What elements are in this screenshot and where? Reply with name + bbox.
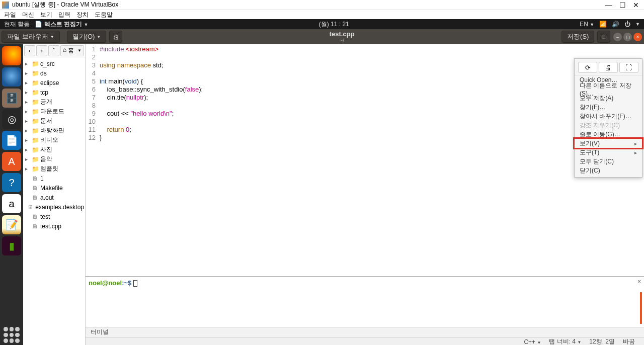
- nav-back-button[interactable]: ‹: [24, 45, 35, 56]
- menu-save-as[interactable]: 다른 이름으로 저장(S)…: [575, 84, 642, 94]
- hamburger-button[interactable]: ≡: [597, 31, 610, 43]
- tree-folder[interactable]: ▸📁음악: [24, 154, 84, 164]
- launcher-software[interactable]: A: [2, 152, 21, 171]
- save-button[interactable]: 저장(S): [561, 31, 594, 43]
- tree-folder[interactable]: ▸📁c_src: [24, 59, 84, 68]
- vb-menu-devices[interactable]: 장치: [76, 11, 89, 19]
- window-close-button[interactable]: ×: [633, 33, 642, 41]
- tree-item-label: eclipse: [40, 79, 59, 87]
- menu-find[interactable]: 찾기(F)…: [575, 103, 642, 112]
- tree-file[interactable]: 🗎a.out: [24, 193, 84, 202]
- file-icon: 🗎: [28, 204, 34, 211]
- folder-icon: 📁: [32, 137, 39, 144]
- launcher-apps-button[interactable]: [4, 327, 20, 343]
- file-tree[interactable]: ▸📁c_src▸📁ds▸📁eclipse▸📁tcp▸📁공개▸📁다운로드▸📁문서▸…: [23, 57, 85, 345]
- status-tabwidth[interactable]: 탭 너비: 4 ▼: [549, 337, 581, 345]
- terminal-prompt: :~$: [122, 279, 133, 287]
- menu-print-button[interactable]: 🖨: [599, 62, 618, 73]
- vb-menu-machine[interactable]: 머신: [22, 11, 34, 19]
- tree-item-label: c_src: [40, 60, 55, 67]
- tree-folder[interactable]: ▸📁바탕화면: [24, 126, 84, 135]
- menu-tools[interactable]: 도구(T)▸: [575, 148, 642, 157]
- vb-menu-input[interactable]: 입력: [58, 11, 70, 19]
- launcher-firefox[interactable]: [2, 46, 21, 65]
- nav-up-button[interactable]: ˄: [48, 45, 59, 56]
- vb-menu-help[interactable]: 도움말: [95, 11, 113, 19]
- file-browser-button[interactable]: 파일 브라우저 ▼: [2, 31, 60, 43]
- new-tab-button[interactable]: ⎘: [109, 31, 122, 43]
- window-maximize-button[interactable]: ◻: [623, 33, 632, 41]
- tree-item-label: examples.desktop: [35, 204, 84, 211]
- language-indicator[interactable]: EN ▼: [580, 21, 594, 28]
- gedit-headerbar: 파일 브라우저 ▼ 열기(O) ▼ ⎘ test.cpp ~/ 저장(S) ≡ …: [0, 29, 644, 44]
- menu-view[interactable]: 보기(V)▸: [575, 139, 642, 148]
- chevron-right-icon: ▸: [634, 141, 637, 146]
- host-minimize-button[interactable]: —: [605, 1, 612, 9]
- menu-close[interactable]: 닫기(C): [575, 166, 642, 175]
- tree-file[interactable]: 🗎test: [24, 212, 84, 221]
- menu-goto[interactable]: 줄로 이동(G)…: [575, 130, 642, 139]
- launcher-writer[interactable]: 📄: [2, 131, 21, 150]
- volume-icon[interactable]: 🔊: [612, 21, 619, 28]
- tree-folder[interactable]: ▸📁ds: [24, 68, 84, 78]
- home-icon: ⌂: [63, 46, 66, 55]
- tree-folder[interactable]: ▸📁템플릿: [24, 164, 84, 174]
- tree-file[interactable]: 🗎examples.desktop: [24, 202, 84, 212]
- menu-reload-button[interactable]: ⟳: [578, 62, 597, 73]
- host-close-button[interactable]: ✕: [633, 1, 639, 9]
- folder-icon: 📁: [32, 99, 39, 106]
- menu-close-all[interactable]: 모두 닫기(C): [575, 157, 642, 166]
- tree-folder[interactable]: ▸📁eclipse: [24, 78, 84, 88]
- launcher-files[interactable]: 🗄️: [2, 89, 21, 108]
- folder-icon: 📁: [32, 108, 39, 115]
- power-icon[interactable]: ⏻: [624, 21, 630, 28]
- folder-icon: 📁: [32, 60, 39, 67]
- bottom-panel-tab[interactable]: 터미널: [86, 327, 644, 337]
- vb-menu-file[interactable]: 파일: [4, 11, 16, 19]
- network-icon[interactable]: 📶: [599, 21, 607, 28]
- launcher-amazon[interactable]: a: [2, 194, 21, 213]
- menu-clear-highlight: 강조 지우기(C): [575, 121, 642, 130]
- nav-home-button[interactable]: ⌂홈 ▼: [60, 45, 84, 56]
- tree-item-label: 다운로드: [40, 107, 64, 116]
- clock-label[interactable]: (월) 11 : 21: [88, 20, 580, 29]
- folder-icon: 📁: [32, 165, 39, 172]
- launcher-gedit[interactable]: 📝: [2, 215, 21, 234]
- tree-folder[interactable]: ▸📁tcp: [24, 88, 84, 97]
- launcher-thunderbird[interactable]: [2, 67, 21, 87]
- tree-file[interactable]: 🗎test.cpp: [24, 221, 84, 231]
- host-window-title: ubuntu [실행 중] - Oracle VM VirtualBox: [12, 1, 605, 9]
- tree-folder[interactable]: ▸📁다운로드: [24, 107, 84, 116]
- tree-item-label: tcp: [40, 89, 48, 96]
- code-editor[interactable]: 123456789101112 #include <iostream>using…: [86, 44, 644, 277]
- host-maximize-button[interactable]: ☐: [619, 1, 626, 9]
- status-language[interactable]: C++ ▼: [524, 338, 541, 346]
- open-button[interactable]: 열기(O) ▼: [67, 31, 107, 43]
- window-minimize-button[interactable]: –: [613, 33, 622, 41]
- launcher-rhythmbox[interactable]: ◎: [2, 110, 21, 129]
- launcher-terminal[interactable]: ▮: [2, 236, 21, 255]
- tree-folder[interactable]: ▸📁사진: [24, 145, 84, 154]
- tree-file[interactable]: 🗎Makefile: [24, 183, 84, 193]
- virtualbox-icon: [2, 2, 9, 9]
- tree-file[interactable]: 🗎1: [24, 174, 84, 183]
- current-app-label[interactable]: 텍스트 편집기: [44, 21, 82, 28]
- code-body[interactable]: #include <iostream>using namespace std;i…: [98, 44, 644, 276]
- tree-folder[interactable]: ▸📁비디오: [24, 135, 84, 145]
- menu-replace[interactable]: 찾아서 바꾸기(F)…: [575, 112, 642, 121]
- launcher-help[interactable]: ?: [2, 173, 21, 192]
- tree-folder[interactable]: ▸📁문서: [24, 116, 84, 126]
- terminal-scrollbar[interactable]: [640, 292, 642, 324]
- tree-item-label: test: [40, 213, 50, 220]
- menu-fullscreen-button[interactable]: ⛶: [619, 62, 638, 73]
- activities-button[interactable]: 현재 활동: [4, 20, 30, 29]
- embedded-terminal[interactable]: × noel@noel:~$: [86, 277, 644, 327]
- vb-menu-view[interactable]: 보기: [40, 11, 52, 19]
- nav-forward-button[interactable]: ›: [36, 45, 47, 56]
- hamburger-menu: ⟳ 🖨 ⛶ Quick Open… 다른 이름으로 저장(S)… 모두 저장(A…: [574, 58, 642, 178]
- terminal-host: noel: [108, 279, 122, 287]
- virtualbox-menubar: 파일 머신 보기 입력 장치 도움말: [0, 10, 644, 19]
- terminal-close-button[interactable]: ×: [637, 278, 641, 285]
- file-browser-sidebar: ‹ › ˄ ⌂홈 ▼ ▸📁c_src▸📁ds▸📁eclipse▸📁tcp▸📁공개…: [23, 44, 86, 345]
- tree-folder[interactable]: ▸📁공개: [24, 97, 84, 107]
